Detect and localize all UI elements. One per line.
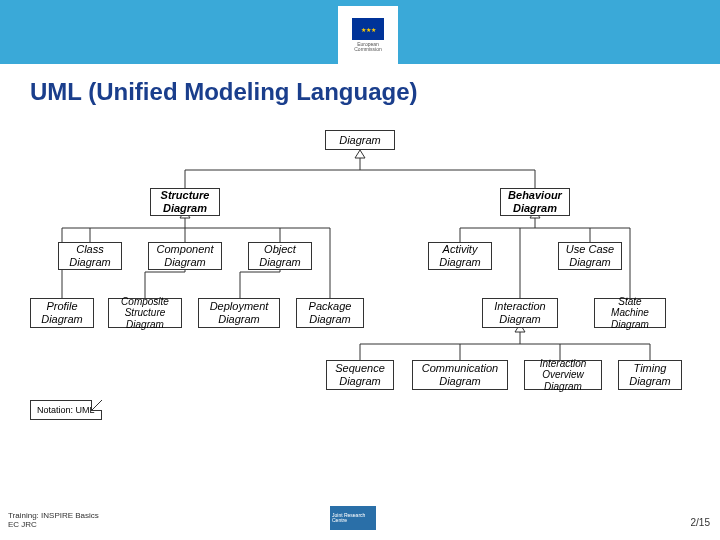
node-structure: Structure Diagram: [150, 188, 220, 216]
node-interaction: Interaction Diagram: [482, 298, 558, 328]
node-package: Package Diagram: [296, 298, 364, 328]
footer-center-badge: Joint Research Centre: [330, 506, 376, 530]
node-diagram: Diagram: [325, 130, 395, 150]
node-class: Class Diagram: [58, 242, 122, 270]
node-communication: Communication Diagram: [412, 360, 508, 390]
node-timing: Timing Diagram: [618, 360, 682, 390]
footer-left: Training: INSPIRE Basics EC JRC: [8, 511, 99, 530]
page-number: 2/15: [691, 517, 710, 528]
node-profile: Profile Diagram: [30, 298, 94, 328]
logo-text-2: Commission: [354, 47, 382, 52]
footer-training-1: Training: INSPIRE Basics: [8, 511, 99, 521]
svg-marker-4: [355, 150, 365, 158]
node-activity: Activity Diagram: [428, 242, 492, 270]
notation-note: Notation: UML: [30, 400, 102, 420]
node-deployment: Deployment Diagram: [198, 298, 280, 328]
node-composite: Composite Structure Diagram: [108, 298, 182, 328]
header-bar: ★ ★ ★ European Commission: [0, 0, 720, 64]
footer: Training: INSPIRE Basics EC JRC Joint Re…: [0, 504, 720, 534]
uml-diagram: Diagram Structure Diagram Behaviour Diag…: [30, 130, 690, 470]
ec-logo: ★ ★ ★ European Commission: [338, 6, 398, 64]
node-object: Object Diagram: [248, 242, 312, 270]
node-interaction-overview: Interaction Overview Diagram: [524, 360, 602, 390]
footer-training-2: EC JRC: [8, 520, 99, 530]
node-sequence: Sequence Diagram: [326, 360, 394, 390]
page-title: UML (Unified Modeling Language): [0, 64, 720, 106]
node-state: State Machine Diagram: [594, 298, 666, 328]
node-usecase: Use Case Diagram: [558, 242, 622, 270]
node-component: Component Diagram: [148, 242, 222, 270]
eu-flag-icon: ★ ★ ★: [352, 18, 384, 40]
node-behaviour: Behaviour Diagram: [500, 188, 570, 216]
